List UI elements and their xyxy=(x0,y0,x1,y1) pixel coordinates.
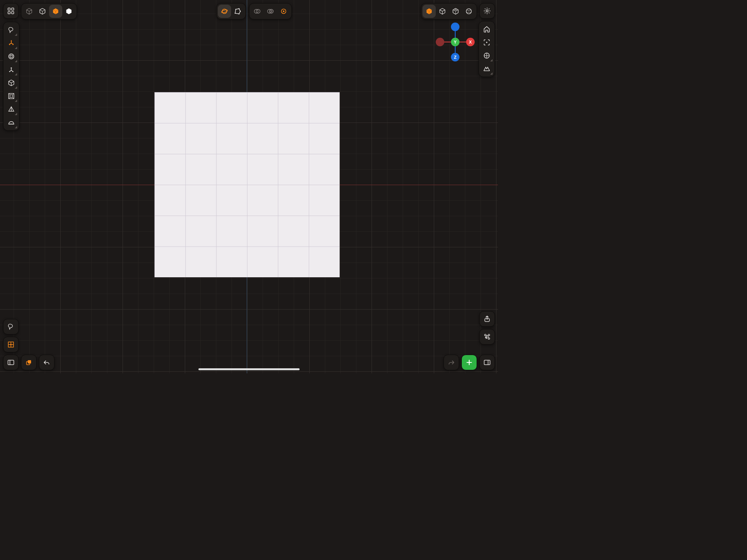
apps-menu-button[interactable] xyxy=(3,3,19,19)
select-tool[interactable] xyxy=(5,23,18,37)
layers-stack-icon xyxy=(25,359,33,366)
home-icon xyxy=(483,25,491,33)
snap-button[interactable] xyxy=(3,337,19,352)
svg-point-25 xyxy=(11,67,12,68)
panel-right-icon xyxy=(483,359,491,366)
settings-gear-icon xyxy=(483,7,491,15)
boolean-union-button[interactable] xyxy=(251,5,264,18)
shading-dev-icon xyxy=(452,7,459,15)
viewport-grid[interactable] xyxy=(0,0,498,373)
display-wireframe-button[interactable] xyxy=(23,5,36,18)
orbit-button[interactable] xyxy=(218,5,231,18)
orbit-sphere-icon xyxy=(221,7,228,15)
svg-rect-1 xyxy=(12,8,14,10)
rotate-sphere-icon xyxy=(7,52,15,60)
perspective-button[interactable] xyxy=(480,49,493,62)
right-panel-toggle[interactable] xyxy=(479,355,495,370)
axis-neg-x-node[interactable] xyxy=(436,38,444,46)
shading-solid-button[interactable] xyxy=(423,5,436,18)
svg-rect-2 xyxy=(8,12,11,14)
boolean-group xyxy=(249,3,292,19)
home-indicator xyxy=(198,368,300,370)
axis-z-node[interactable]: Z xyxy=(451,53,459,61)
shading-wireframe-icon xyxy=(438,7,446,15)
apps-grid-icon xyxy=(7,7,15,15)
ground-plane-object[interactable] xyxy=(154,92,340,277)
display-flat-button[interactable] xyxy=(62,5,75,18)
shading-dev-button[interactable] xyxy=(449,5,462,18)
boolean-union-icon xyxy=(253,7,261,15)
axis-x-node[interactable]: X xyxy=(466,38,475,46)
polygon-shape-icon xyxy=(234,7,242,15)
primitive-cube-tool[interactable] xyxy=(5,76,18,89)
move-tool[interactable] xyxy=(5,37,18,50)
axis-neg-z-node[interactable] xyxy=(451,23,459,31)
white-hexagon-icon xyxy=(65,7,73,15)
add-object-button[interactable] xyxy=(461,355,477,370)
shading-group xyxy=(421,3,477,19)
svg-point-8 xyxy=(240,11,241,12)
view-rail xyxy=(479,21,495,77)
shortcuts-button[interactable] xyxy=(479,329,495,345)
svg-rect-0 xyxy=(8,8,11,10)
share-icon xyxy=(483,315,491,323)
display-solid-button[interactable] xyxy=(49,5,62,18)
redo-button[interactable] xyxy=(444,355,459,370)
symmetry-mirror-icon xyxy=(483,65,491,73)
command-key-icon xyxy=(483,333,491,341)
axis-z-label: Z xyxy=(454,55,457,60)
focus-button[interactable] xyxy=(480,36,493,49)
undo-button[interactable] xyxy=(39,355,54,370)
svg-point-23 xyxy=(9,56,14,58)
boolean-subtract-button[interactable] xyxy=(264,5,277,18)
panel-left-icon xyxy=(7,359,15,366)
svg-point-31 xyxy=(10,344,11,345)
svg-point-22 xyxy=(9,54,14,59)
symmetry-button[interactable] xyxy=(480,62,493,75)
shading-solid-icon xyxy=(425,7,433,15)
svg-rect-32 xyxy=(8,360,14,365)
outline-cube-icon xyxy=(39,7,46,15)
pivot-icon xyxy=(7,66,15,74)
matcap-sphere-icon xyxy=(465,7,473,15)
axis-y-node[interactable]: Y xyxy=(451,38,459,46)
primitive-pyramid-icon xyxy=(7,105,15,113)
polygon-button[interactable] xyxy=(231,5,244,18)
svg-point-27 xyxy=(12,71,14,72)
touch-mode-button[interactable] xyxy=(3,319,19,334)
svg-point-7 xyxy=(238,8,240,9)
axis-gizmo[interactable]: Y X Z xyxy=(436,23,475,61)
svg-point-10 xyxy=(235,13,236,14)
focus-target-icon xyxy=(483,38,491,46)
svg-point-5 xyxy=(221,9,228,13)
snap-grid-icon xyxy=(7,341,15,348)
shading-wireframe-button[interactable] xyxy=(436,5,449,18)
rotate-tool[interactable] xyxy=(5,50,18,63)
home-view-button[interactable] xyxy=(480,23,493,36)
svg-point-24 xyxy=(11,54,12,59)
svg-point-26 xyxy=(9,71,11,72)
display-outline-button[interactable] xyxy=(36,5,49,18)
perspective-grid-icon xyxy=(483,52,491,60)
boolean-intersect-icon xyxy=(280,7,288,15)
edit-mode-group xyxy=(216,3,246,19)
tool-rail xyxy=(3,22,19,131)
frame-tool[interactable] xyxy=(5,89,18,103)
primitive-hemisphere-tool[interactable] xyxy=(5,116,18,129)
pivot-tool[interactable] xyxy=(5,63,18,76)
left-panel-toggle[interactable] xyxy=(3,355,19,370)
move-gizmo-icon xyxy=(7,39,15,47)
settings-button[interactable] xyxy=(479,3,495,19)
axis-y-label: Y xyxy=(454,40,456,44)
share-button[interactable] xyxy=(479,311,495,327)
shading-matcap-button[interactable] xyxy=(462,5,475,18)
svg-rect-3 xyxy=(12,12,14,14)
primitive-cube-icon xyxy=(7,79,15,87)
boolean-intersect-button[interactable] xyxy=(277,5,290,18)
svg-point-9 xyxy=(238,13,240,14)
svg-rect-29 xyxy=(10,95,13,98)
solid-cube-icon xyxy=(52,7,60,15)
primitive-pyramid-tool[interactable] xyxy=(5,103,18,116)
layers-button[interactable] xyxy=(21,355,37,370)
touch-hand-icon xyxy=(7,323,15,331)
